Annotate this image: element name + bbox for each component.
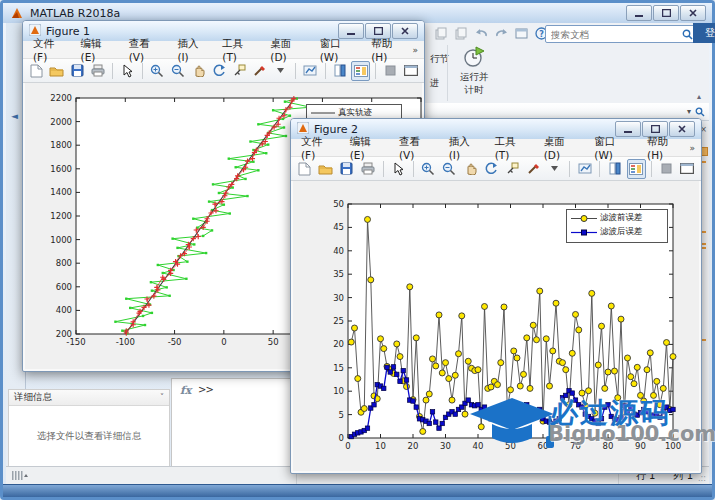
undo-icon[interactable]	[473, 25, 489, 41]
window-bottom-frame	[3, 484, 712, 497]
pan-icon[interactable]	[189, 61, 208, 81]
svg-text:20: 20	[408, 441, 419, 451]
new-file-icon[interactable]	[295, 159, 314, 179]
editor-dropdown-icon[interactable]: ▾	[687, 107, 691, 116]
window-pane-icon[interactable]	[401, 61, 420, 81]
menu-item-0[interactable]: 文件(F)	[293, 134, 342, 162]
link-plots-icon[interactable]	[575, 159, 594, 179]
disabled-square-icon[interactable]	[381, 61, 400, 81]
open-folder-icon[interactable]	[48, 61, 67, 81]
zoom-out-icon[interactable]	[440, 159, 459, 179]
command-window[interactable]: fx >>	[171, 378, 303, 475]
redo-icon[interactable]	[493, 25, 509, 41]
minimize-button[interactable]	[626, 5, 652, 21]
ribbon-collapse-icon[interactable]: ▴	[697, 92, 701, 101]
status-grip-icon[interactable]	[12, 470, 28, 483]
menu-item-1[interactable]: 编辑(E)	[342, 134, 391, 162]
svg-text:10: 10	[333, 386, 344, 396]
disabled-square-icon[interactable]	[657, 159, 676, 179]
toolbar-separator	[413, 161, 414, 177]
menu-overflow-icon[interactable]: »	[413, 45, 419, 55]
menu-item-5[interactable]: 桌面(D)	[536, 134, 587, 162]
figure2-toolbar	[291, 157, 701, 181]
data-cursor-icon[interactable]	[503, 159, 522, 179]
window-pane-icon[interactable]	[678, 159, 697, 179]
colorbar-icon[interactable]	[331, 61, 350, 81]
fx-icon: fx	[180, 384, 191, 397]
dropdown-arrow-icon[interactable]	[272, 61, 291, 81]
menu-item-2[interactable]: 查看(V)	[391, 134, 441, 162]
svg-text:?: ?	[539, 29, 544, 38]
print-icon[interactable]	[358, 159, 377, 179]
menu-item-1[interactable]: 编辑(E)	[73, 36, 121, 64]
maximize-button[interactable]	[653, 5, 679, 21]
legend-icon[interactable]	[351, 61, 370, 81]
open-folder-icon[interactable]	[316, 159, 335, 179]
menu-item-5[interactable]: 桌面(D)	[262, 36, 311, 64]
search-icon[interactable]	[682, 25, 693, 44]
svg-text:1000: 1000	[50, 235, 72, 245]
page-stack-icon[interactable]	[433, 25, 449, 41]
svg-text:20: 20	[333, 339, 344, 349]
menu-item-6[interactable]: 窗口(W)	[586, 134, 639, 162]
zoom-in-icon[interactable]	[148, 61, 167, 81]
zoom-in-icon[interactable]	[419, 159, 438, 179]
ribbon-separator	[447, 45, 448, 101]
new-file-icon[interactable]	[27, 61, 46, 81]
legend-icon[interactable]	[627, 159, 646, 179]
svg-text:-100: -100	[116, 337, 135, 347]
dropdown-arrow-icon[interactable]	[545, 159, 564, 179]
page-stack2-icon[interactable]	[453, 25, 469, 41]
menu-overflow-icon[interactable]: »	[689, 143, 695, 153]
figure1-toolbar	[23, 59, 424, 83]
svg-text:1400: 1400	[50, 187, 72, 197]
doc-search-input[interactable]	[549, 28, 682, 41]
print-icon[interactable]	[89, 61, 108, 81]
brush-icon[interactable]	[251, 61, 270, 81]
pointer-icon[interactable]	[118, 61, 137, 81]
brush-icon[interactable]	[524, 159, 543, 179]
menu-item-7[interactable]: 帮助(H)	[639, 134, 689, 162]
svg-text:70: 70	[570, 441, 581, 451]
zoom-out-icon[interactable]	[169, 61, 188, 81]
pointer-icon[interactable]	[388, 159, 407, 179]
window-icon[interactable]	[513, 25, 529, 41]
svg-text:200: 200	[56, 329, 72, 339]
legend-entry: 滤波前误差	[571, 212, 663, 224]
link-plots-icon[interactable]	[301, 61, 320, 81]
svg-text:0: 0	[221, 337, 226, 347]
menu-item-3[interactable]: 插入(I)	[169, 36, 214, 64]
resize-grip-icon[interactable]: .::	[698, 474, 706, 483]
colorbar-icon[interactable]	[605, 159, 624, 179]
figure2-legend[interactable]: 滤波前误差 滤波后误差	[566, 209, 668, 243]
menu-item-4[interactable]: 工具(T)	[487, 134, 536, 162]
menu-item-6[interactable]: 窗口(W)	[312, 36, 364, 64]
details-panel-header[interactable]: 详细信息 ˅	[9, 390, 169, 406]
sign-in-button[interactable]: 登录	[693, 23, 715, 43]
run-and-time-button[interactable]: 运行并 计时	[453, 45, 495, 101]
svg-text:600: 600	[56, 282, 72, 292]
advance-label-clipped[interactable]: 进	[430, 77, 440, 90]
rotate3d-icon[interactable]	[482, 159, 501, 179]
chevron-down-icon[interactable]: ˅	[160, 393, 164, 402]
pan-icon[interactable]	[461, 159, 480, 179]
legend-entry: 滤波后误差	[571, 226, 663, 238]
data-cursor-icon[interactable]	[230, 61, 249, 81]
menu-item-4[interactable]: 工具(T)	[214, 36, 262, 64]
svg-text:50: 50	[333, 199, 344, 209]
run-and-time-icon	[462, 45, 486, 71]
menu-item-0[interactable]: 文件(F)	[25, 36, 73, 64]
save-icon[interactable]	[337, 159, 356, 179]
svg-text:800: 800	[56, 258, 72, 268]
rotate3d-icon[interactable]	[210, 61, 229, 81]
menu-item-2[interactable]: 查看(V)	[121, 36, 170, 64]
doc-search-box[interactable]	[545, 25, 697, 43]
command-prompt[interactable]: >>	[198, 384, 213, 395]
menu-item-3[interactable]: 插入(I)	[441, 134, 487, 162]
figure2-window[interactable]: Figure 2 文件(F)编辑(E)查看(V)插入(I)工具(T)桌面(D)窗…	[290, 118, 702, 474]
save-icon[interactable]	[68, 61, 87, 81]
toolbar-separator	[599, 161, 600, 177]
menu-item-7[interactable]: 帮助(H)	[363, 36, 412, 64]
panel-collapse-icon[interactable]: ◄	[11, 111, 18, 121]
close-button[interactable]	[680, 5, 706, 21]
